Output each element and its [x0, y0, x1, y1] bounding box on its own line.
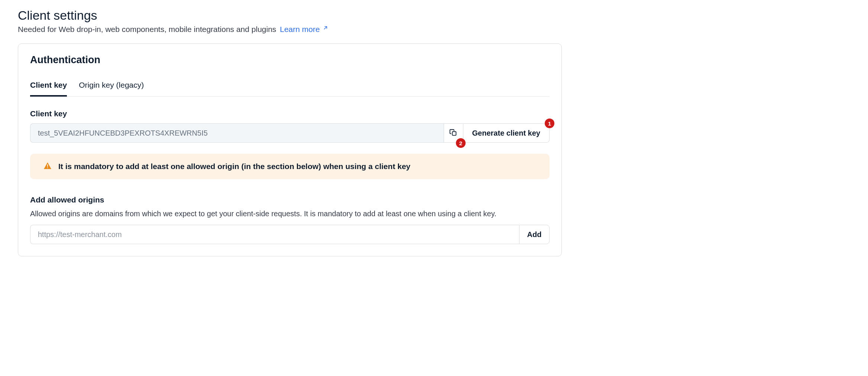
- svg-rect-3: [47, 168, 48, 168]
- learn-more-label: Learn more: [280, 25, 320, 34]
- callout-badge-2: 2: [456, 138, 466, 148]
- page-subtitle-text: Needed for Web drop-in, web components, …: [18, 25, 276, 33]
- svg-line-0: [324, 27, 327, 29]
- copy-icon: [449, 129, 457, 138]
- add-origin-row: Add: [30, 225, 550, 244]
- add-origins-description: Allowed origins are domains from which w…: [30, 210, 550, 218]
- tab-origin-key-legacy[interactable]: Origin key (legacy): [79, 81, 144, 96]
- tabs: Client key Origin key (legacy): [30, 81, 550, 97]
- client-key-label: Client key: [30, 109, 550, 118]
- warning-text: It is mandatory to add at least one allo…: [58, 162, 411, 171]
- client-key-input[interactable]: [30, 123, 444, 143]
- card-heading: Authentication: [30, 54, 550, 66]
- callout-badge-1: 1: [545, 119, 554, 128]
- add-origin-button[interactable]: Add: [519, 225, 550, 244]
- page-title: Client settings: [18, 8, 562, 23]
- svg-rect-1: [452, 132, 456, 135]
- external-link-icon: [323, 25, 328, 32]
- generate-client-key-button[interactable]: Generate client key: [463, 123, 550, 143]
- origin-warning-alert: It is mandatory to add at least one allo…: [30, 154, 550, 179]
- add-origins-label: Add allowed origins: [30, 195, 550, 204]
- learn-more-link[interactable]: Learn more: [280, 25, 328, 34]
- client-key-row: Generate client key 1 2: [30, 123, 550, 143]
- svg-rect-2: [47, 164, 48, 166]
- page-subtitle: Needed for Web drop-in, web components, …: [18, 25, 562, 34]
- warning-icon: [43, 162, 52, 171]
- authentication-card: Authentication Client key Origin key (le…: [18, 43, 562, 256]
- tab-client-key[interactable]: Client key: [30, 81, 67, 96]
- allowed-origin-input[interactable]: [30, 225, 519, 244]
